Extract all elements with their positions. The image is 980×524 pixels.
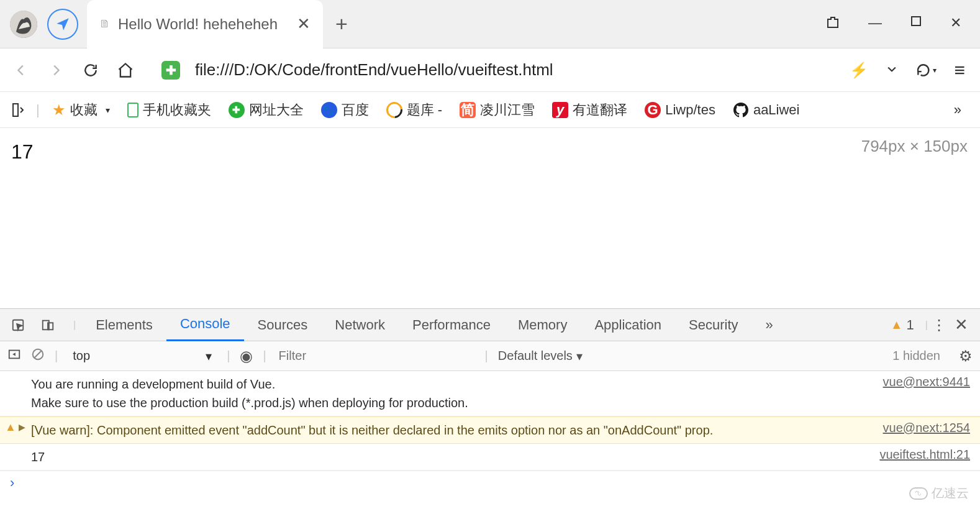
tiku-icon <box>386 102 402 118</box>
profile-avatar[interactable] <box>10 11 37 38</box>
svg-rect-2 <box>13 104 18 116</box>
reload-button[interactable] <box>77 57 104 84</box>
bookmark-youdao[interactable]: y有道翻译 <box>547 101 632 119</box>
toolbox-icon[interactable] <box>825 15 840 34</box>
bookmarks-bar: | ★收藏▾ 手机收藏夹 ✚网址大全 🐾百度 题库 - 简凌川江雪 y有道翻译 … <box>0 92 980 128</box>
log-levels-selector[interactable]: Default levels▾ <box>498 349 583 364</box>
live-expression-icon[interactable]: ◉ <box>240 347 253 365</box>
console-prompt[interactable]: › <box>0 471 980 495</box>
filter-input[interactable] <box>276 346 475 365</box>
ling-icon: 简 <box>460 102 476 118</box>
devtools-menu-icon[interactable]: ⋮ <box>928 316 950 334</box>
favorites-button[interactable]: ★收藏▾ <box>47 101 115 119</box>
log-source-link[interactable]: vueiftest.html:21 <box>879 448 970 462</box>
svg-rect-1 <box>912 17 920 25</box>
console-log: You are running a development build of V… <box>0 371 980 495</box>
separator: | <box>55 349 58 363</box>
tab-security[interactable]: Security <box>675 309 751 341</box>
inspect-icon[interactable] <box>7 315 29 336</box>
tab-performance[interactable]: Performance <box>399 309 504 341</box>
undo-button[interactable]: ▾ <box>915 62 937 78</box>
dropdown-icon[interactable] <box>886 62 898 79</box>
star-icon: ★ <box>52 101 66 119</box>
hidden-count[interactable]: 1 hidden <box>892 349 940 363</box>
bookmarks-overflow[interactable]: » <box>949 102 966 118</box>
browser-logo-icon[interactable] <box>47 9 78 40</box>
bookmarks-toggle[interactable] <box>7 103 29 117</box>
tabs-overflow[interactable]: » <box>752 309 787 341</box>
gitee-icon: G <box>645 102 661 118</box>
github-icon <box>733 102 749 118</box>
bookmark-aaliwei[interactable]: aaLiwei <box>728 102 805 118</box>
close-window-button[interactable]: ✕ <box>950 15 961 34</box>
device-toggle-icon[interactable] <box>37 315 58 336</box>
devtools-close-icon[interactable]: ✕ <box>950 315 973 334</box>
devtools-tabs: | Elements Console Sources Network Perfo… <box>0 309 980 341</box>
close-tab-icon[interactable]: ✕ <box>297 14 311 34</box>
log-entry-info: You are running a development build of V… <box>0 371 980 416</box>
log-source-link[interactable]: vue@next:1254 <box>883 421 970 435</box>
phone-icon <box>127 103 138 117</box>
youdao-icon: y <box>552 102 568 118</box>
devtools-panel: | Elements Console Sources Network Perfo… <box>0 308 980 495</box>
context-selector[interactable]: top▾ <box>68 346 217 366</box>
tab-sources[interactable]: Sources <box>244 309 322 341</box>
warning-icon: ▲ <box>5 421 16 434</box>
maximize-button[interactable] <box>910 15 922 34</box>
tab-application[interactable]: Application <box>581 309 675 341</box>
speed-icon[interactable]: ⚡ <box>850 62 868 79</box>
tab-title: Hello World! heheheheh <box>118 16 289 33</box>
security-shield-icon[interactable]: ✚ <box>161 61 180 80</box>
bookmark-tiku[interactable]: 题库 - <box>381 101 447 119</box>
360-icon: ✚ <box>229 102 245 118</box>
minimize-button[interactable]: — <box>868 15 882 34</box>
page-value: 17 <box>11 140 969 163</box>
prompt-icon: › <box>10 475 14 491</box>
tab-console[interactable]: Console <box>166 309 244 341</box>
tab-elements[interactable]: Elements <box>82 309 166 341</box>
window-controls: — ✕ <box>825 15 975 34</box>
address-bar: ✚ file:///D:/OK/Code/frontEnd/vueHello/v… <box>0 48 980 92</box>
console-sidebar-toggle-icon[interactable] <box>7 347 21 364</box>
file-icon: 🗎 <box>99 17 111 30</box>
separator: | <box>36 102 40 118</box>
bookmark-baidu[interactable]: 🐾百度 <box>316 101 374 119</box>
console-toolbar: | top▾ | ◉ | | Default levels▾ 1 hidden … <box>0 341 980 371</box>
watermark: ಌ 亿速云 <box>909 485 969 502</box>
log-entry-warning: ▲ [Vue warn]: Component emitted event "a… <box>0 416 980 444</box>
clear-console-icon[interactable] <box>31 347 45 364</box>
active-tab[interactable]: 🗎 Hello World! heheheheh ✕ <box>87 0 323 48</box>
separator: | <box>227 349 230 363</box>
home-button[interactable] <box>112 57 139 84</box>
separator: | <box>263 349 266 363</box>
watermark-icon: ಌ <box>909 487 928 500</box>
new-tab-button[interactable]: + <box>323 12 360 36</box>
bookmark-lingchuan[interactable]: 简凌川江雪 <box>455 101 540 119</box>
baidu-icon: 🐾 <box>321 102 337 118</box>
tab-memory[interactable]: Memory <box>504 309 581 341</box>
bookmark-liwp[interactable]: GLiwp/tes <box>640 102 720 118</box>
dimensions-overlay: 794px × 150px <box>861 137 968 156</box>
forward-button[interactable] <box>42 57 70 84</box>
mobile-favorites[interactable]: 手机收藏夹 <box>122 101 216 119</box>
separator: | <box>485 349 488 363</box>
url-display[interactable]: file:///D:/OK/Code/frontEnd/vueHello/vue… <box>191 60 842 80</box>
page-content: 17 794px × 150px <box>0 128 980 308</box>
bookmark-wangzhi[interactable]: ✚网址大全 <box>224 101 309 119</box>
console-settings-icon[interactable]: ⚙ <box>959 347 973 365</box>
tab-network[interactable]: Network <box>321 309 399 341</box>
separator: | <box>73 319 76 331</box>
warning-icon: ▲ <box>891 318 903 332</box>
menu-button[interactable]: ≡ <box>954 60 965 81</box>
back-button[interactable] <box>7 57 35 84</box>
log-entry: 17 vueiftest.html:21 <box>0 444 980 471</box>
log-source-link[interactable]: vue@next:9441 <box>883 375 970 389</box>
warning-count[interactable]: ▲1 <box>891 317 914 333</box>
tab-bar: 🗎 Hello World! heheheheh ✕ + — ✕ <box>0 0 980 48</box>
